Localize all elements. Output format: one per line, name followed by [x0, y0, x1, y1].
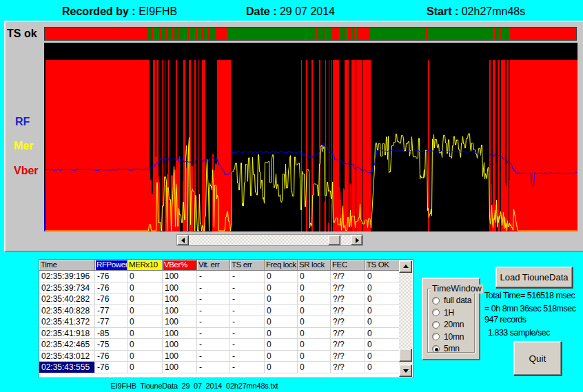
column-header-fec[interactable]: FEC [331, 260, 365, 271]
table-cell[interactable]: 0 [298, 305, 331, 317]
column-header-freq-lock[interactable]: Freq lock [265, 260, 298, 271]
table-row[interactable]: 02:35:40:828-770100--00?/?0 [39, 305, 400, 317]
table-cell[interactable]: 02:35:39:196 [39, 271, 95, 282]
table-cell[interactable]: 0 [265, 351, 298, 362]
table-cell[interactable]: 0 [365, 351, 400, 362]
table-cell[interactable]: 02:35:42:465 [39, 339, 95, 351]
table-cell[interactable]: ?/? [331, 362, 365, 373]
table-cell[interactable]: 0 [365, 271, 400, 282]
table-cell[interactable]: -76 [95, 362, 127, 373]
table-cell[interactable]: 0 [265, 328, 298, 340]
table-cell[interactable]: - [230, 282, 265, 294]
table-cell[interactable]: 0 [298, 351, 331, 362]
table-cell[interactable]: -75 [95, 339, 127, 351]
table-cell[interactable]: -77 [95, 305, 127, 317]
table-cell[interactable]: 100 [163, 351, 197, 362]
table-cell[interactable]: -85 [95, 328, 127, 340]
table-cell[interactable]: 0 [365, 293, 400, 305]
table-cell[interactable]: 100 [163, 362, 197, 373]
table-cell[interactable]: - [197, 316, 230, 328]
table-cell[interactable]: - [197, 293, 230, 305]
radio-icon[interactable] [432, 297, 440, 305]
table-cell[interactable]: -76 [95, 271, 127, 282]
table-cell[interactable]: 0 [298, 293, 331, 305]
radio-icon[interactable] [432, 333, 440, 340]
table-row[interactable]: 02:35:39:734-760100--00?/?0 [39, 282, 400, 294]
chart-scroll-left-button[interactable] [177, 235, 189, 245]
table-cell[interactable]: 0 [265, 305, 298, 317]
chart-horizontal-scrollbar[interactable] [176, 234, 363, 246]
column-header-rfpower[interactable]: RFPower [95, 260, 127, 271]
table-cell[interactable]: 02:35:40:828 [39, 305, 95, 317]
table-cell[interactable]: 0 [298, 282, 331, 294]
table-cell[interactable]: 0 [365, 316, 400, 328]
column-header-ts-err[interactable]: TS err [230, 260, 265, 271]
table-cell[interactable]: - [197, 362, 230, 373]
table-cell[interactable]: 100 [163, 339, 197, 351]
time-window-option-1h[interactable]: 1H [432, 308, 454, 318]
table-cell[interactable]: 0 [127, 305, 163, 317]
table-cell[interactable]: 0 [365, 305, 400, 317]
table-cell[interactable]: 100 [163, 293, 197, 305]
table-cell[interactable]: ?/? [331, 293, 365, 305]
table-vertical-scrollbar[interactable] [399, 260, 412, 377]
column-header-ts-ok[interactable]: TS OK [365, 260, 400, 271]
table-cell[interactable]: -77 [95, 316, 127, 328]
table-cell[interactable]: - [230, 351, 265, 362]
table-cell[interactable]: 0 [365, 339, 400, 351]
table-cell[interactable]: ?/? [331, 339, 365, 351]
table-cell[interactable]: ?/? [331, 316, 365, 328]
column-header-sr-lock[interactable]: SR lock [298, 260, 331, 271]
table-cell[interactable]: 0 [265, 282, 298, 294]
table-cell[interactable]: - [197, 305, 230, 317]
chart-scroll-thumb[interactable] [328, 235, 340, 245]
table-cell[interactable]: 02:35:39:734 [39, 282, 95, 294]
table-cell[interactable]: 0 [298, 339, 331, 351]
time-window-option-full-data[interactable]: full data [432, 296, 471, 305]
table-cell[interactable]: 0 [265, 316, 298, 328]
table-cell[interactable]: 0 [265, 339, 298, 351]
table-cell[interactable]: - [230, 271, 265, 282]
table-cell[interactable]: 0 [298, 362, 331, 373]
table-cell[interactable]: 0 [127, 293, 163, 305]
table-cell[interactable]: ?/? [331, 351, 365, 362]
column-header-vber-[interactable]: VBer% [163, 260, 197, 271]
table-cell[interactable]: - [230, 305, 265, 317]
table-cell[interactable]: 0 [127, 271, 163, 282]
table-row[interactable]: 02:35:40:282-760100--00?/?0 [39, 293, 400, 305]
table-cell[interactable]: 02:35:40:282 [39, 293, 95, 305]
table-cell[interactable]: 02:35:41:372 [39, 316, 95, 328]
table-cell[interactable]: 02:35:41:918 [39, 328, 95, 340]
table-cell[interactable]: 0 [127, 351, 163, 362]
table-cell[interactable]: 0 [127, 328, 163, 340]
table-cell[interactable]: - [197, 339, 230, 351]
table-cell[interactable]: ?/? [331, 305, 365, 317]
table-cell[interactable]: 02:35:43:012 [39, 351, 95, 362]
table-row[interactable]: 02:35:43:555-760100--00?/?0 [39, 362, 400, 373]
quit-button[interactable]: Quit [513, 341, 562, 375]
table-cell[interactable]: -76 [95, 282, 127, 294]
table-cell[interactable]: 02:35:43:555 [39, 362, 95, 373]
table-cell[interactable]: 0 [298, 316, 331, 328]
table-cell[interactable]: 0 [365, 328, 400, 340]
table-cell[interactable]: - [197, 328, 230, 340]
radio-icon[interactable] [432, 309, 440, 316]
table-cell[interactable]: - [230, 328, 265, 340]
time-window-option-5mn[interactable]: 5mn [432, 344, 460, 353]
table-cell[interactable]: 0 [265, 271, 298, 282]
load-tiounedata-button[interactable]: Load TiouneData [495, 267, 573, 288]
table-cell[interactable]: - [230, 316, 265, 328]
table-row[interactable]: 02:35:41:372-770100--00?/?0 [39, 316, 400, 328]
table-row[interactable]: 02:35:42:465-750100--00?/?0 [39, 339, 400, 351]
table-cell[interactable]: - [197, 282, 230, 294]
table-cell[interactable]: 100 [163, 271, 197, 282]
table-scroll-thumb[interactable] [399, 349, 412, 362]
table-scroll-down-button[interactable] [399, 364, 412, 377]
table-cell[interactable]: 0 [298, 328, 331, 340]
table-cell[interactable]: - [197, 271, 230, 282]
table-cell[interactable]: 100 [163, 282, 197, 294]
column-header-vit-err[interactable]: Vit. err [197, 260, 230, 271]
table-row[interactable]: 02:35:41:918-850100--00?/?0 [39, 328, 400, 340]
column-header-merx10[interactable]: MERx10 [127, 260, 163, 271]
table-cell[interactable]: 0 [265, 362, 298, 373]
